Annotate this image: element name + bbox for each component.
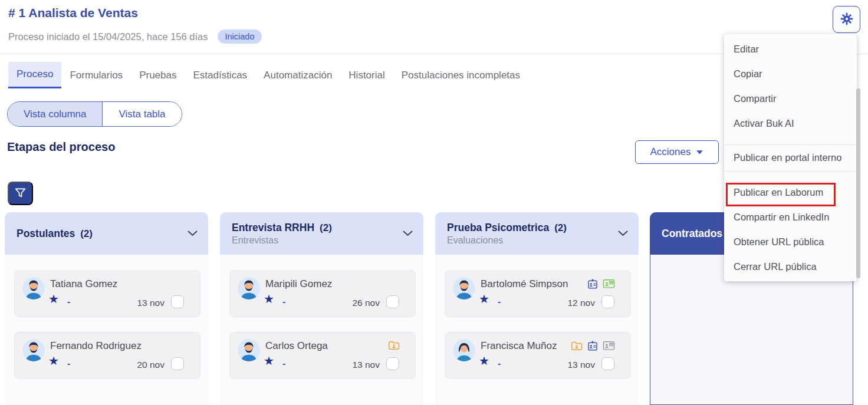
male-avatar (22, 339, 45, 361)
column-title: Contratados (662, 228, 722, 240)
tab-formularios[interactable]: Formularios (61, 62, 131, 88)
folder-user-icon[interactable] (388, 340, 400, 353)
star-icon: ★ (48, 292, 59, 306)
candidate-name: Carlos Ortega (265, 340, 328, 352)
candidate-rating: - (498, 358, 501, 369)
view-toggle-table[interactable]: Vista tabla (103, 102, 181, 126)
menu-item-obtener-url-publica[interactable]: Obtener URL pública (724, 229, 857, 254)
section-title: Etapas del proceso (7, 140, 115, 154)
candidate-date: 13 nov (567, 360, 595, 370)
select-checkbox[interactable] (386, 357, 399, 370)
vertical-scrollbar[interactable] (856, 88, 860, 278)
candidate-card[interactable]: Fernando Rodriguez ★ - 20 nov (14, 332, 200, 379)
process-tabs: Proceso Formularios Pruebas Estadísticas… (8, 62, 528, 88)
candidate-card[interactable]: Francisca Muñoz (445, 332, 631, 379)
id-badge-icon[interactable] (587, 278, 598, 292)
menu-item-compartir[interactable]: Compartir (724, 86, 857, 111)
candidate-rating: - (67, 358, 70, 369)
tab-automatizacion[interactable]: Automatización (255, 62, 340, 88)
candidate-date: 12 nov (567, 298, 595, 308)
actions-button[interactable]: Acciones (635, 140, 719, 164)
tab-estadisticas[interactable]: Estadísticas (185, 62, 255, 88)
star-icon: ★ (48, 354, 59, 368)
star-icon: ★ (264, 354, 274, 368)
menu-item-editar[interactable]: Editar (724, 37, 857, 61)
column-postulantes-header: Postulantes (2) (5, 212, 208, 255)
candidate-card[interactable]: Tatiana Gomez ★ - 13 nov (14, 270, 200, 317)
candidate-date: 13 nov (137, 298, 165, 308)
male-avatar (22, 277, 45, 299)
process-page: # 1 Analista de Ventas Proceso iniciado … (0, 0, 868, 405)
column-prueba-header: Prueba Psicometrica (2) Evaluaciones (435, 212, 639, 255)
gear-icon (839, 11, 854, 28)
candidate-card[interactable]: Carlos Ortega ★ - 13 nov (229, 332, 416, 379)
settings-button[interactable] (833, 6, 860, 33)
male-avatar (453, 277, 475, 299)
menu-item-copiar[interactable]: Copiar (724, 61, 857, 86)
tab-historial[interactable]: Historial (340, 62, 393, 88)
id-badge-icon[interactable] (587, 340, 598, 354)
select-checkbox[interactable] (171, 295, 184, 308)
select-checkbox[interactable] (386, 295, 399, 308)
star-icon: ★ (264, 292, 274, 306)
column-subtitle: Evaluaciones (447, 235, 627, 246)
candidate-date: 26 nov (352, 298, 380, 308)
male-avatar (238, 339, 260, 361)
menu-item-publicar-portal-interno[interactable]: Publicar en portal interno (724, 145, 857, 170)
filter-funnel-icon (14, 187, 27, 200)
star-icon: ★ (479, 354, 489, 368)
page-title: # 1 Analista de Ventas (8, 6, 138, 20)
candidate-name: Fernando Rodriguez (50, 340, 142, 352)
column-title: Prueba Psicometrica (447, 222, 549, 234)
menu-item-cerrar-url-publica[interactable]: Cerrar URL pública (724, 254, 857, 279)
column-subtitle: Entrevistas (232, 235, 412, 246)
column-count: (2) (320, 222, 332, 234)
chevron-down-icon[interactable] (618, 228, 628, 239)
candidate-card[interactable]: Bartolomé Simpson (445, 270, 631, 317)
status-badge: Iniciado (218, 29, 262, 44)
female-avatar (453, 339, 475, 361)
candidate-name: Maripili Gomez (265, 278, 332, 290)
process-meta: Proceso iniciado el 15/04/2025, hace 156… (8, 29, 262, 44)
menu-item-activar-buk-ai[interactable]: Activar Buk AI (724, 111, 857, 136)
menu-divider (724, 171, 857, 172)
candidate-date: 20 nov (137, 360, 165, 370)
select-checkbox[interactable] (601, 357, 614, 370)
tab-proceso[interactable]: Proceso (8, 62, 61, 88)
column-entrevista-header: Entrevista RRHH (2) Entrevistas (220, 212, 423, 255)
chevron-down-icon[interactable] (188, 228, 198, 239)
select-checkbox[interactable] (601, 295, 614, 308)
menu-item-compartir-linkedin[interactable]: Compartir en LinkedIn (724, 205, 857, 229)
folder-user-icon[interactable] (571, 341, 583, 353)
candidate-rating: - (282, 297, 285, 307)
column-prueba-psicometrica: Prueba Psicometrica (2) Evaluaciones (435, 212, 639, 405)
chevron-down-icon[interactable] (403, 228, 413, 239)
process-start-text: Proceso iniciado el 15/04/2025, hace 156… (8, 31, 208, 42)
candidate-name: Francisca Muñoz (481, 340, 557, 352)
view-toggle-column[interactable]: Vista columna (8, 102, 103, 126)
tab-pruebas[interactable]: Pruebas (131, 62, 185, 88)
contact-mail-icon[interactable] (603, 341, 615, 353)
column-postulantes: Postulantes (2) Tatiana Gomez (5, 212, 208, 405)
caret-down-icon (696, 146, 703, 158)
select-checkbox[interactable] (171, 357, 184, 370)
column-title: Postulantes (17, 228, 75, 240)
actions-button-label: Acciones (650, 146, 691, 158)
column-title: Entrevista RRHH (232, 222, 314, 234)
candidate-rating: - (67, 297, 70, 307)
candidate-card[interactable]: Maripili Gomez ★ - 26 nov (229, 270, 416, 317)
candidate-name: Bartolomé Simpson (481, 278, 568, 290)
settings-dropdown-menu: Editar Copiar Compartir Activar Buk AI P… (724, 34, 857, 281)
menu-item-publicar-laborum[interactable]: Publicar en Laborum (724, 180, 857, 205)
column-count: (2) (80, 228, 93, 240)
column-count: (2) (554, 222, 567, 234)
column-entrevista-rrhh: Entrevista RRHH (2) Entrevistas (220, 212, 423, 405)
candidate-name: Tatiana Gomez (50, 278, 117, 290)
tab-postulaciones-incompletas[interactable]: Postulaciones incompletas (393, 62, 528, 88)
contact-mail-icon[interactable] (603, 279, 615, 291)
star-icon: ★ (479, 292, 489, 306)
filter-button[interactable] (8, 182, 33, 205)
male-avatar (238, 277, 260, 299)
candidate-rating: - (498, 297, 501, 307)
view-toggle: Vista columna Vista tabla (7, 101, 182, 127)
